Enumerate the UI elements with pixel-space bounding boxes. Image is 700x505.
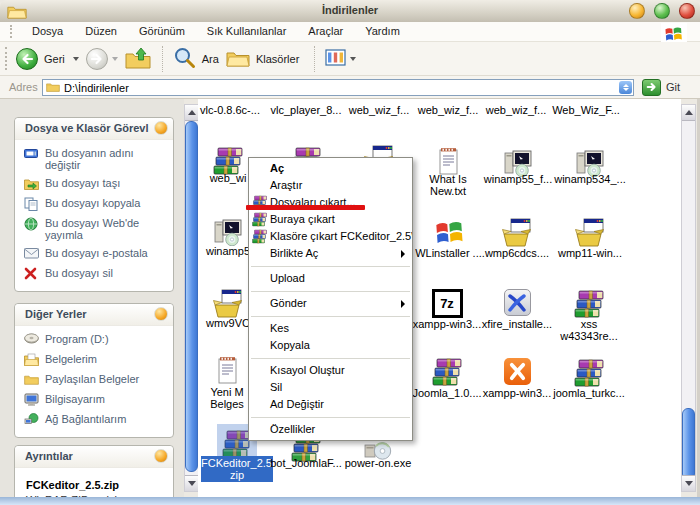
sidebar-item-delete-file[interactable]: Bu dosyayı sil <box>24 267 169 281</box>
context-menu-item-explore[interactable]: Araştır <box>249 177 412 194</box>
context-menu-item-extract-to-folder[interactable]: Klasöre çıkart FCKeditor_2.5\ <box>249 228 412 245</box>
sidebar-scroll-thumb[interactable] <box>185 121 198 472</box>
menu-bar: DosyaDüzenGörünümSık KullanılanlarAraçla… <box>0 22 700 42</box>
sidebar-item-rename-file[interactable]: Bu dosyanın adını değiştir <box>24 147 169 171</box>
context-menu-item-open[interactable]: Aç <box>249 160 412 177</box>
menubar-grip[interactable] <box>10 25 15 38</box>
mydocs-icon <box>24 353 39 367</box>
context-menu-separator <box>249 287 412 295</box>
panel-file-tasks: Dosya ve Klasör GörevlBu dosyanın adını … <box>14 117 174 292</box>
folders-label: Klasörler <box>256 53 299 65</box>
back-dropdown-caret[interactable] <box>73 57 79 61</box>
sidebar-item-publish-file[interactable]: Bu dosyayı Web'de yayımla <box>24 217 169 241</box>
views-dropdown-caret[interactable] <box>350 57 356 61</box>
go-button[interactable] <box>642 79 661 96</box>
installer-icon <box>208 284 248 318</box>
sidebar-item-bilgisayarim[interactable]: Bilgisayarım <box>24 393 169 407</box>
file-label-line: web_wiz_f... <box>341 104 417 116</box>
panel-collapse-button[interactable] <box>154 307 168 321</box>
context-menu-item-delete[interactable]: Sil <box>249 379 412 396</box>
file-label-line: Joomla_1.0.... <box>409 387 485 399</box>
sidebar-scroll-down-button[interactable] <box>185 475 198 491</box>
content-scroll-down-button[interactable] <box>682 475 695 491</box>
file-label: winamp534_... <box>552 173 628 185</box>
rename-icon <box>24 147 39 161</box>
move-icon <box>24 177 39 191</box>
content-scrollbar[interactable] <box>681 104 696 492</box>
window-controls <box>629 3 695 19</box>
menu-araclar[interactable]: Araçlar <box>297 22 354 41</box>
context-menu-item-label: Birlikte Aç <box>270 247 318 259</box>
file-label: Web_Wiz_F... <box>548 104 624 116</box>
toolbar-grip[interactable] <box>5 47 10 70</box>
forward-button[interactable] <box>86 48 122 70</box>
back-button[interactable]: Geri <box>16 48 83 70</box>
folders-button[interactable]: Klasörler <box>226 48 303 69</box>
maximize-button[interactable] <box>654 3 670 19</box>
sidebar-item-label: Paylaşılan Belgeler <box>45 373 139 387</box>
copy-icon <box>24 197 39 211</box>
close-button[interactable] <box>679 3 695 19</box>
sidebar-item-email-file[interactable]: Bu dosyayı e-postala <box>24 247 169 261</box>
folders-icon <box>226 48 250 69</box>
content-scroll-up-button[interactable] <box>682 105 695 121</box>
file-label: web_wiz_f... <box>478 104 554 116</box>
context-menu-item-cut[interactable]: Kes <box>249 320 412 337</box>
context-menu-item-create-shortcut[interactable]: Kısayol Oluştur <box>249 362 412 379</box>
sidebar-scroll-up-button[interactable] <box>185 105 198 121</box>
menu-yardim[interactable]: Yardım <box>354 22 411 41</box>
file-label-line: bot_JoomlaF... <box>268 457 344 469</box>
context-menu-item-upload[interactable]: Upload <box>249 270 412 287</box>
context-menu-item-label: Kopyala <box>270 339 310 351</box>
panel-collapse-button[interactable] <box>154 449 168 463</box>
context-menu-item-send-to[interactable]: Gönder <box>249 295 412 312</box>
forward-dropdown-caret[interactable] <box>112 57 118 61</box>
sidebar-item-label: Ağ Bağlantılarım <box>45 413 126 427</box>
up-button[interactable] <box>125 47 151 71</box>
file-label-line: web_wiz_f... <box>478 104 554 116</box>
sidebar-item-paylasilan-belgeler[interactable]: Paylaşılan Belgeler <box>24 373 169 387</box>
context-menu-item-extract-here[interactable]: Buraya çıkart <box>249 211 412 228</box>
sidebar-item-copy-file[interactable]: Bu dosyayı kopyala <box>24 197 169 211</box>
panel-header-file-tasks[interactable]: Dosya ve Klasör Görevl <box>15 118 173 140</box>
sidebar-scrollbar[interactable] <box>184 104 199 492</box>
details-file-name: FCKeditor_2.5.zip <box>26 479 169 491</box>
address-value: D:\İndirilenler <box>64 82 129 94</box>
xampp-icon <box>497 351 537 385</box>
menu-dosya[interactable]: Dosya <box>21 22 74 41</box>
sidebar-item-program-d[interactable]: Program (D:) <box>24 333 169 347</box>
toolbar: Geri Ara Klasörler <box>0 42 700 76</box>
sidebar-item-belgelerim[interactable]: Belgelerim <box>24 353 169 367</box>
panel-header-other-places[interactable]: Diğer Yerler <box>15 304 173 326</box>
sidebar-item-move-file[interactable]: Bu dosyayı taşı <box>24 177 169 191</box>
panel-collapse-button[interactable] <box>154 121 168 135</box>
context-menu-item-label: Gönder <box>270 297 307 309</box>
content-scroll-thumb[interactable] <box>682 408 695 480</box>
menu-gorunum[interactable]: Görünüm <box>128 22 196 41</box>
task-pane: Dosya ve Klasör GörevlBu dosyanın adını … <box>0 99 184 497</box>
context-menu-item-open-with[interactable]: Birlikte Aç <box>249 245 412 262</box>
context-menu-item-copy[interactable]: Kopyala <box>249 337 412 354</box>
address-input[interactable]: D:\İndirilenler <box>42 79 634 96</box>
address-dropdown-spinner[interactable] <box>619 81 632 94</box>
views-button[interactable] <box>325 48 360 69</box>
file-label-line: w43343re... <box>551 330 627 342</box>
minimize-button[interactable] <box>629 3 645 19</box>
search-button[interactable]: Ara <box>173 46 223 71</box>
context-menu-separator <box>249 262 412 270</box>
title-bar: İndirilenler <box>0 0 700 23</box>
sidebar-item-label: Bu dosyayı Web'de yayımla <box>45 217 169 241</box>
sidebar-item-ag-baglantilarim[interactable]: Ağ Bağlantılarım <box>24 413 169 427</box>
menu-sik-kullanilanlar[interactable]: Sık Kullanılanlar <box>196 22 298 41</box>
installer-icon <box>497 213 537 247</box>
file-label-line: What Is <box>410 173 486 185</box>
context-menu-item-rename[interactable]: Ad Değiştir <box>249 396 412 413</box>
context-menu-item-label: Aç <box>270 162 284 174</box>
context-menu-item-label: Upload <box>270 272 305 284</box>
context-menu-item-properties[interactable]: Özellikler <box>249 421 412 438</box>
panel-body: Program (D:)BelgelerimPaylaşılan Belgele… <box>15 326 173 437</box>
menu-duzen[interactable]: Düzen <box>74 22 128 41</box>
panel-other-places: Diğer YerlerProgram (D:)BelgelerimPaylaş… <box>14 303 174 438</box>
context-menu-item-label: Araştır <box>270 179 302 191</box>
panel-header-details[interactable]: Ayrıntılar <box>15 446 173 468</box>
